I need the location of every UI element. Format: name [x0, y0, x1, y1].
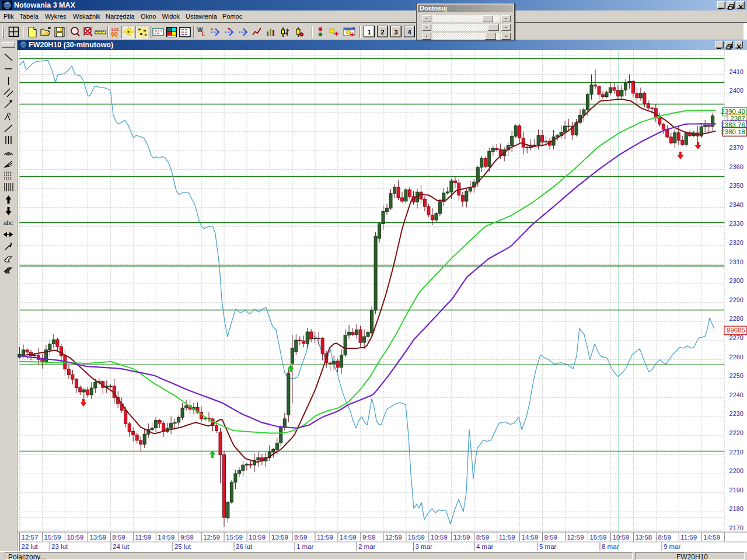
svg-text:L: L — [202, 31, 205, 37]
svg-text:15:59: 15:59 — [408, 534, 425, 541]
svg-text:2350: 2350 — [729, 182, 743, 189]
svg-text:8:59: 8:59 — [476, 534, 489, 541]
svg-text:8:59: 8:59 — [658, 534, 671, 541]
svg-text:2360: 2360 — [729, 163, 743, 170]
svg-text:13:59: 13:59 — [453, 534, 470, 541]
svg-text:2190: 2190 — [729, 487, 743, 494]
svg-text:14:59: 14:59 — [340, 534, 357, 541]
svg-text:2340: 2340 — [729, 201, 743, 208]
svg-text:13:59: 13:59 — [271, 534, 288, 541]
svg-text:abc: abc — [4, 220, 13, 226]
svg-text:2380.18: 2380.18 — [721, 128, 745, 135]
svg-text:12:59: 12:59 — [203, 534, 220, 541]
svg-text:24 lut: 24 lut — [113, 543, 130, 550]
svg-text:11:59: 11:59 — [680, 534, 697, 541]
svg-text:11:59: 11:59 — [135, 534, 151, 541]
svg-text:10:59: 10:59 — [249, 534, 266, 541]
svg-text:5 mar: 5 mar — [539, 543, 557, 550]
svg-text:2290: 2290 — [729, 296, 743, 303]
svg-text:2280: 2280 — [729, 315, 743, 322]
svg-text:2270: 2270 — [729, 334, 743, 341]
svg-text:k: k — [9, 112, 11, 116]
svg-text:2300: 2300 — [729, 277, 743, 284]
svg-text:15:59: 15:59 — [44, 534, 61, 541]
svg-text:12:59: 12:59 — [385, 534, 402, 541]
svg-text:2390.40: 2390.40 — [721, 108, 745, 115]
svg-text:15:59: 15:59 — [590, 534, 607, 541]
svg-text:2 mar: 2 mar — [358, 543, 376, 550]
svg-text:14:59: 14:59 — [522, 534, 539, 541]
svg-text:10:59: 10:59 — [67, 534, 83, 541]
svg-text:2370: 2370 — [729, 144, 743, 151]
svg-text:14:59: 14:59 — [703, 534, 720, 541]
svg-text:90: 90 — [111, 31, 118, 38]
svg-text:9:59: 9:59 — [180, 534, 193, 541]
svg-text:2400: 2400 — [729, 87, 743, 94]
svg-text:8:59: 8:59 — [294, 534, 307, 541]
svg-text:9:59: 9:59 — [544, 534, 557, 541]
svg-text:2410: 2410 — [729, 68, 743, 75]
svg-text:23 lut: 23 lut — [51, 543, 68, 550]
svg-text:10:59: 10:59 — [613, 534, 630, 541]
svg-text:2230: 2230 — [729, 410, 743, 417]
svg-text:2250: 2250 — [729, 372, 743, 379]
svg-text:26 lut: 26 lut — [236, 543, 253, 550]
svg-text:11:59: 11:59 — [317, 534, 333, 541]
svg-text:12:59: 12:59 — [567, 534, 584, 541]
svg-text:4 mar: 4 mar — [476, 543, 494, 550]
svg-text:2210: 2210 — [729, 449, 743, 456]
svg-text:2310: 2310 — [729, 258, 743, 265]
svg-text:2260: 2260 — [729, 354, 743, 360]
svg-text:9:59: 9:59 — [362, 534, 375, 541]
svg-text:25 lut: 25 lut — [174, 543, 191, 550]
svg-text:2240: 2240 — [729, 391, 743, 398]
svg-text:15:59: 15:59 — [226, 534, 243, 541]
svg-text:13:58: 13:58 — [635, 534, 652, 541]
svg-text:2220: 2220 — [729, 429, 743, 436]
svg-text:8:59: 8:59 — [112, 534, 125, 541]
svg-text:13:59: 13:59 — [89, 534, 106, 541]
svg-text:2180: 2180 — [729, 505, 743, 512]
svg-text:14:59: 14:59 — [158, 534, 174, 541]
svg-text:2170: 2170 — [729, 524, 743, 531]
svg-text:11:59: 11:59 — [499, 534, 515, 541]
svg-text:3 mar: 3 mar — [416, 543, 433, 550]
svg-text:99685: 99685 — [727, 327, 745, 334]
svg-text:10:59: 10:59 — [431, 534, 448, 541]
svg-text:8 mar: 8 mar — [602, 543, 619, 550]
svg-text:2320: 2320 — [729, 239, 743, 246]
svg-text:1 mar: 1 mar — [296, 543, 314, 550]
svg-text:12:57: 12:57 — [22, 534, 39, 541]
svg-text:22 lut: 22 lut — [22, 543, 39, 550]
svg-text:9 mar: 9 mar — [664, 543, 681, 550]
svg-text:2330: 2330 — [729, 220, 743, 227]
svg-text:2200: 2200 — [729, 467, 743, 474]
